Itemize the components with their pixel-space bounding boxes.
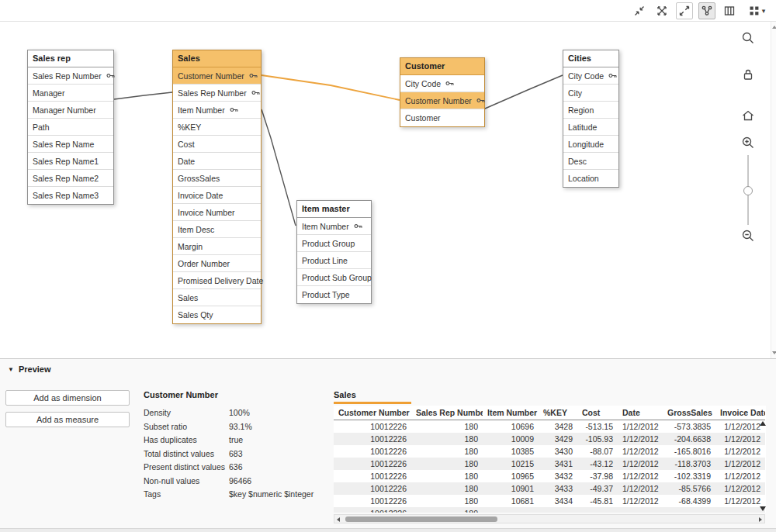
table-sales-rep[interactable]: Sales repSales Rep NumberManagerManager … <box>27 50 114 205</box>
table-cell: -102.3319 <box>663 470 715 482</box>
field-city[interactable]: City <box>563 85 618 102</box>
add-as-dimension-button[interactable]: Add as dimension <box>5 390 130 406</box>
table-title[interactable]: Cities <box>563 50 618 67</box>
table-customer[interactable]: CustomerCity CodeCustomer NumberCustomer <box>400 57 485 127</box>
field-key[interactable]: %KEY <box>173 119 261 136</box>
field-manager[interactable]: Manager <box>28 85 113 102</box>
table-cities[interactable]: CitiesCity CodeCityRegionLatitudeLongitu… <box>563 50 619 188</box>
field-promised-delivery-date[interactable]: Promised Delivery Date <box>173 272 261 289</box>
column-header-date[interactable]: Date <box>618 406 663 420</box>
column-header-customer-number[interactable]: Customer Number <box>334 406 411 420</box>
field-sales-rep-name2[interactable]: Sales Rep Name2 <box>28 170 113 187</box>
table-horizontal-scrollbar[interactable] <box>334 514 765 523</box>
field-sales-rep-number[interactable]: Sales Rep Number <box>173 85 261 102</box>
table-title[interactable]: Customer <box>400 58 484 75</box>
expand-all-button[interactable] <box>676 2 693 19</box>
scroll-down-icon[interactable] <box>772 351 776 354</box>
field-product-sub-group[interactable]: Product Sub Group <box>297 269 371 286</box>
model-canvas[interactable]: Sales repSales Rep NumberManagerManager … <box>0 22 771 358</box>
field-label: Sales Rep Name <box>33 140 94 149</box>
table-row[interactable]: 10012226180 <box>334 507 765 513</box>
expand-collapse-x-icon[interactable] <box>653 2 670 19</box>
scroll-left-icon[interactable] <box>337 517 340 522</box>
field-desc[interactable]: Desc <box>563 153 618 170</box>
table-scroll-up-icon[interactable] <box>760 421 766 426</box>
column-header-item-number[interactable]: Item Number <box>483 406 539 420</box>
lock-icon[interactable] <box>741 67 755 81</box>
field-manager-number[interactable]: Manager Number <box>28 102 113 119</box>
field-product-group[interactable]: Product Group <box>297 235 371 252</box>
zoom-in-icon[interactable] <box>741 136 755 150</box>
table-row[interactable]: 10012226180109013433-49.371/12/2012-85.5… <box>334 482 765 495</box>
table-row[interactable]: 10012226180106813434-45.811/12/2012-68.4… <box>334 495 765 507</box>
table-row[interactable]: 10012226180103853430-88.071/12/2012-165.… <box>334 445 765 458</box>
collapse-all-icon[interactable] <box>631 2 648 19</box>
field-location[interactable]: Location <box>563 170 618 187</box>
table-scroll-down-icon[interactable] <box>760 506 766 511</box>
table-title[interactable]: Sales <box>173 50 261 67</box>
table-cell: 3433 <box>539 482 577 495</box>
field-item-number[interactable]: Item Number <box>297 218 371 235</box>
field-margin[interactable]: Margin <box>173 238 261 255</box>
home-icon[interactable] <box>741 109 755 123</box>
table-cell: 10012226 <box>334 445 411 458</box>
table-title[interactable]: Item master <box>297 201 371 218</box>
window-bottom-scrollbar[interactable] <box>0 528 776 532</box>
column-header-cost[interactable]: Cost <box>577 406 618 420</box>
preview-collapse-header[interactable]: ▼ Preview <box>0 359 776 379</box>
detail-label: Present distinct values <box>144 462 229 472</box>
table-cell: -118.3703 <box>663 458 715 470</box>
field-product-type[interactable]: Product Type <box>297 286 371 303</box>
add-as-measure-button[interactable]: Add as measure <box>5 412 130 427</box>
field-invoice-number[interactable]: Invoice Number <box>173 204 261 221</box>
field-sales-rep-name1[interactable]: Sales Rep Name1 <box>28 153 113 170</box>
scroll-right-icon[interactable] <box>759 517 762 522</box>
search-icon[interactable] <box>741 31 755 45</box>
column-header-sales-rep-number[interactable]: Sales Rep Number <box>411 406 483 420</box>
table-connections <box>0 22 771 358</box>
field-sales[interactable]: Sales <box>173 289 261 306</box>
column-header-key[interactable]: %KEY <box>539 406 577 420</box>
field-customer-number[interactable]: Customer Number <box>400 92 484 109</box>
column-header-invoice-date[interactable]: Invoice Date <box>715 406 765 420</box>
zoom-out-icon[interactable] <box>741 229 755 243</box>
field-item-desc[interactable]: Item Desc <box>173 221 261 238</box>
table-row[interactable]: 10012226180109653432-37.981/12/2012-102.… <box>334 470 765 482</box>
field-latitude[interactable]: Latitude <box>563 119 618 136</box>
table-item-master[interactable]: Item masterItem NumberProduct GroupProdu… <box>296 200 372 304</box>
field-sales-rep-name[interactable]: Sales Rep Name <box>28 136 113 153</box>
apps-menu-button[interactable]: ▾ <box>743 2 770 19</box>
field-region[interactable]: Region <box>563 102 618 119</box>
table-sales[interactable]: SalesCustomer NumberSales Rep NumberItem… <box>172 50 262 324</box>
field-sales-rep-name3[interactable]: Sales Rep Name3 <box>28 187 113 204</box>
table-cell: 1/12/2012 <box>715 482 765 495</box>
field-invoice-date[interactable]: Invoice Date <box>173 187 261 204</box>
zoom-slider-handle[interactable] <box>743 186 753 195</box>
table-row[interactable]: 10012226180102153431-43.121/12/2012-118.… <box>334 458 765 470</box>
field-path[interactable]: Path <box>28 119 113 136</box>
field-date[interactable]: Date <box>173 153 261 170</box>
field-longitude[interactable]: Longitude <box>563 136 618 153</box>
canvas-vertical-scrollbar[interactable] <box>771 22 776 358</box>
scrollbar-thumb[interactable] <box>345 516 497 522</box>
table-row[interactable]: 10012226180100093429-105.931/12/2012-204… <box>334 433 765 445</box>
field-customer-number[interactable]: Customer Number <box>173 67 261 85</box>
field-city-code[interactable]: City Code <box>563 67 618 85</box>
field-sales-rep-number[interactable]: Sales Rep Number <box>28 67 113 85</box>
preview-table-viewport[interactable]: Customer NumberSales Rep NumberItem Numb… <box>334 406 766 513</box>
field-customer[interactable]: Customer <box>400 109 484 126</box>
field-city-code[interactable]: City Code <box>400 75 484 92</box>
field-product-line[interactable]: Product Line <box>297 252 371 269</box>
table-row[interactable]: 10012226180106963428-513.151/12/2012-573… <box>334 420 765 434</box>
graph-view-button[interactable] <box>698 2 715 19</box>
field-grosssales[interactable]: GrossSales <box>173 170 261 187</box>
grid-layout-icon[interactable] <box>721 2 738 19</box>
field-label: Customer Number <box>405 96 472 105</box>
table-title[interactable]: Sales rep <box>28 50 113 67</box>
column-header-grosssales[interactable]: GrossSales <box>663 406 715 420</box>
field-item-number[interactable]: Item Number <box>173 102 261 119</box>
scroll-up-icon[interactable] <box>772 26 776 29</box>
field-cost[interactable]: Cost <box>173 136 261 153</box>
field-sales-qty[interactable]: Sales Qty <box>173 306 261 323</box>
field-order-number[interactable]: Order Number <box>173 255 261 272</box>
